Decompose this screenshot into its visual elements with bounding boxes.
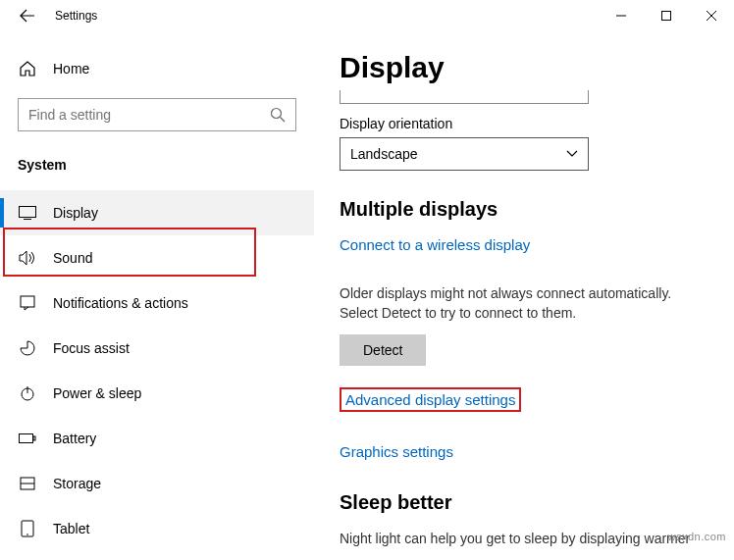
svg-rect-12 [33, 436, 35, 440]
maximize-icon [661, 11, 671, 21]
orientation-dropdown[interactable]: Landscape [340, 137, 589, 171]
connect-wireless-link[interactable]: Connect to a wireless display [340, 236, 530, 253]
advanced-display-link[interactable]: Advanced display settings [340, 387, 521, 412]
page-title: Display [340, 51, 708, 84]
sidebar-item-battery[interactable]: Battery [0, 416, 314, 461]
sidebar-item-label: Storage [53, 476, 101, 491]
arrow-left-icon [20, 8, 35, 24]
sidebar-item-label: Tablet [53, 521, 89, 536]
svg-line-5 [281, 118, 286, 123]
sidebar-item-focus-assist[interactable]: Focus assist [0, 326, 314, 371]
svg-rect-11 [20, 434, 33, 443]
svg-rect-8 [21, 296, 34, 307]
graphics-settings-link[interactable]: Graphics settings [340, 443, 453, 460]
divider [340, 90, 589, 104]
sidebar-item-sound[interactable]: Sound [0, 235, 314, 280]
sidebar-item-label: Power & sleep [53, 385, 141, 401]
main-layout: Home System Display Sound Notifications … [0, 31, 734, 560]
sidebar-item-display[interactable]: Display [0, 190, 314, 235]
search-input[interactable] [28, 107, 270, 123]
sleep-better-heading: Sleep better [340, 491, 708, 514]
maximize-button[interactable] [644, 0, 689, 31]
sidebar-item-label: Focus assist [53, 340, 130, 356]
titlebar: Settings [0, 0, 734, 31]
back-button[interactable] [8, 0, 47, 31]
svg-rect-1 [662, 12, 671, 21]
display-icon [18, 203, 37, 223]
svg-point-16 [26, 534, 28, 535]
sidebar-item-label: Display [53, 205, 98, 221]
sleep-description: Night light can help you get to sleep by… [340, 530, 708, 549]
storage-icon [18, 474, 37, 493]
tablet-icon [18, 519, 37, 538]
sound-icon [18, 248, 37, 268]
chevron-down-icon [566, 150, 578, 158]
minimize-icon [616, 11, 626, 21]
detect-button[interactable]: Detect [340, 334, 426, 366]
home-nav[interactable]: Home [0, 49, 314, 88]
window-controls [599, 0, 734, 31]
sidebar: Home System Display Sound Notifications … [0, 31, 314, 560]
notifications-icon [18, 293, 37, 313]
home-label: Home [53, 61, 89, 76]
close-button[interactable] [689, 0, 734, 31]
sidebar-item-label: Sound [53, 250, 92, 266]
focus-assist-icon [18, 338, 37, 358]
home-icon [18, 59, 37, 78]
close-icon [707, 11, 716, 21]
window-title: Settings [55, 9, 97, 23]
sidebar-item-storage[interactable]: Storage [0, 461, 314, 506]
minimize-button[interactable] [599, 0, 644, 31]
dropdown-value: Landscape [350, 146, 418, 162]
orientation-label: Display orientation [340, 116, 708, 131]
search-input-container[interactable] [18, 98, 296, 131]
watermark: wsxdn.com [667, 531, 726, 542]
svg-point-4 [272, 109, 282, 119]
sidebar-item-label: Battery [53, 431, 96, 446]
svg-rect-6 [20, 207, 36, 218]
sidebar-item-label: Notifications & actions [53, 295, 188, 311]
sidebar-item-notifications[interactable]: Notifications & actions [0, 280, 314, 326]
multiple-displays-heading: Multiple displays [340, 198, 708, 221]
search-icon [270, 107, 286, 123]
sidebar-item-power-sleep[interactable]: Power & sleep [0, 371, 314, 416]
power-icon [18, 383, 37, 403]
detect-description: Older displays might not always connect … [340, 284, 708, 323]
sidebar-item-tablet[interactable]: Tablet [0, 506, 314, 551]
section-header: System [0, 149, 314, 190]
content-pane: Display Display orientation Landscape Mu… [314, 31, 734, 560]
battery-icon [18, 429, 37, 448]
